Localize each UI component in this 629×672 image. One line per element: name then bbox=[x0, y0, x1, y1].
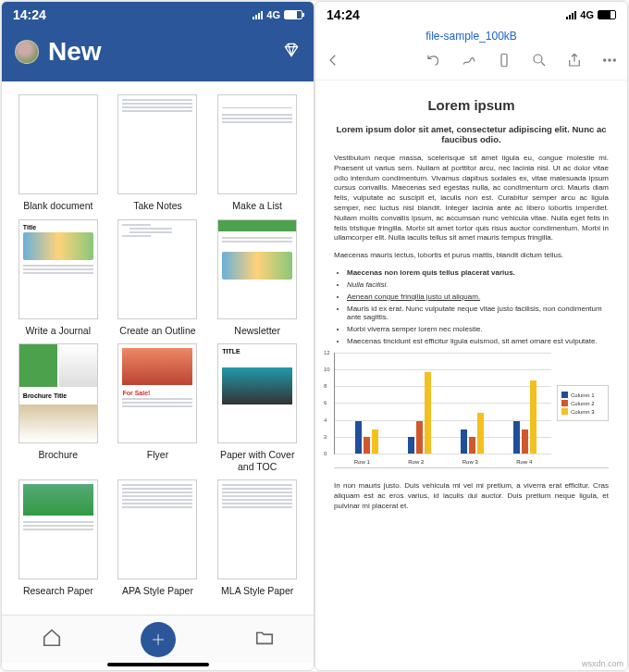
svg-point-2 bbox=[604, 59, 606, 61]
template-create-an-outline[interactable]: Create an Outline bbox=[111, 219, 205, 337]
share-icon[interactable] bbox=[566, 52, 583, 72]
doc-subtitle: Lorem ipsum dolor sit amet, consectetur … bbox=[334, 124, 609, 144]
svg-point-1 bbox=[534, 55, 542, 63]
back-icon[interactable] bbox=[325, 52, 341, 72]
svg-point-4 bbox=[613, 59, 615, 61]
document-body: Lorem ipsum Lorem ipsum dolor sit amet, … bbox=[315, 81, 627, 670]
document-filename[interactable]: file-sample_100kB bbox=[315, 28, 627, 48]
folder-icon[interactable] bbox=[254, 628, 275, 652]
template-take-notes[interactable]: Take Notes bbox=[111, 94, 205, 212]
template-write-a-journal[interactable]: Title Write a Journal bbox=[11, 219, 105, 337]
signal-icon bbox=[566, 11, 576, 19]
embedded-chart: Row 1Row 2Row 3Row 4 024681012 Column 1C… bbox=[334, 353, 609, 454]
premium-icon[interactable] bbox=[282, 41, 301, 63]
draw-icon[interactable] bbox=[461, 52, 477, 72]
search-icon[interactable] bbox=[531, 52, 548, 72]
mobile-view-icon[interactable] bbox=[496, 52, 512, 72]
svg-point-3 bbox=[609, 59, 610, 61]
status-bar: 14:24 4G bbox=[2, 2, 314, 28]
template-apa-paper[interactable]: APA Style Paper bbox=[111, 479, 205, 597]
viewer-toolbar bbox=[315, 48, 627, 81]
template-newsletter[interactable]: Newsletter bbox=[210, 219, 304, 337]
template-make-a-list[interactable]: Make a List bbox=[210, 94, 304, 212]
status-time: 14:24 bbox=[13, 7, 46, 22]
home-icon[interactable] bbox=[42, 628, 62, 652]
new-button[interactable] bbox=[141, 622, 176, 657]
template-flyer[interactable]: For Sale! Flyer bbox=[111, 343, 205, 472]
bottom-tab-bar bbox=[2, 615, 314, 663]
template-paper-cover-toc[interactable]: TITLE Paper with Cover and TOC bbox=[210, 343, 304, 472]
template-grid: Blank document Take Notes Make a List Ti… bbox=[2, 81, 314, 615]
doc-paragraph: Maecenas mauris lectus, lobortis et puru… bbox=[334, 251, 609, 261]
battery-icon bbox=[598, 10, 616, 19]
divider bbox=[334, 467, 609, 468]
watermark: wsxdn.com bbox=[582, 659, 623, 668]
doc-paragraph: Vestibulum neque massa, scelerisque sit … bbox=[334, 154, 609, 243]
page-title: New bbox=[48, 37, 273, 67]
template-gallery-screen: 14:24 4G New Blank document bbox=[1, 1, 314, 671]
document-viewer-screen: 14:24 4G file-sample_100kB Lorem ipsum L… bbox=[314, 1, 628, 671]
template-mla-paper[interactable]: MLA Style Paper bbox=[210, 479, 304, 597]
header: New bbox=[2, 28, 314, 81]
undo-icon[interactable] bbox=[426, 52, 442, 72]
svg-rect-0 bbox=[501, 54, 507, 67]
doc-paragraph: In non mauris justo. Duis vehicula mi ve… bbox=[334, 481, 609, 511]
more-icon[interactable] bbox=[601, 52, 618, 72]
status-time: 14:24 bbox=[327, 7, 360, 22]
template-brochure[interactable]: Brochure Title Brochure bbox=[11, 343, 105, 472]
signal-icon bbox=[253, 11, 263, 19]
template-blank-document[interactable]: Blank document bbox=[11, 94, 105, 212]
network-label: 4G bbox=[266, 9, 280, 20]
status-bar: 14:24 4G bbox=[315, 2, 627, 28]
avatar[interactable] bbox=[15, 40, 39, 64]
template-research-paper[interactable]: Research Paper bbox=[11, 479, 105, 597]
battery-icon bbox=[284, 10, 302, 19]
network-label: 4G bbox=[580, 9, 594, 20]
doc-bullet-list: Maecenas non lorem quis tellus placerat … bbox=[347, 268, 609, 345]
home-indicator bbox=[107, 663, 209, 666]
doc-title: Lorem ipsum bbox=[334, 97, 609, 113]
chart-legend: Column 1Column 2Column 3 bbox=[557, 385, 609, 421]
